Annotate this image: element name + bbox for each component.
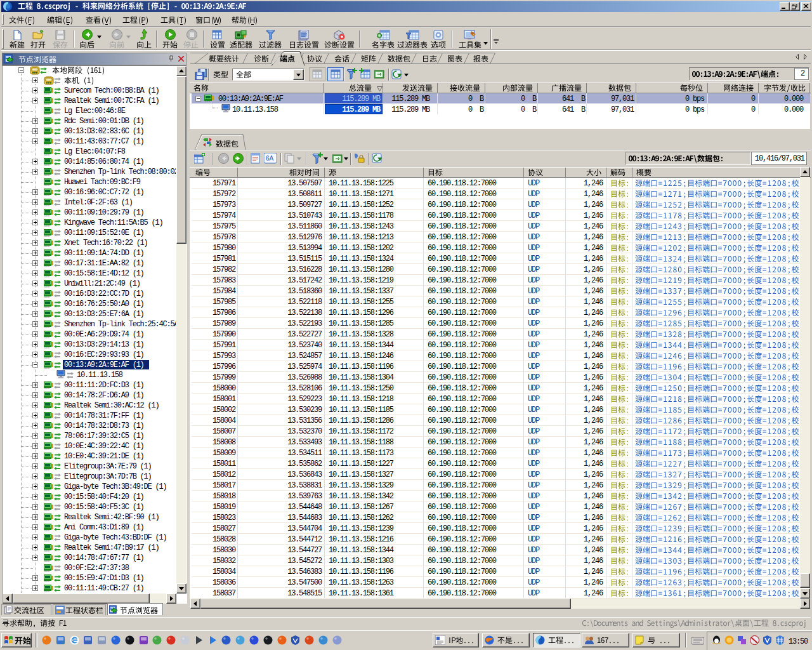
svg-text:6A: 6A [266,155,274,162]
